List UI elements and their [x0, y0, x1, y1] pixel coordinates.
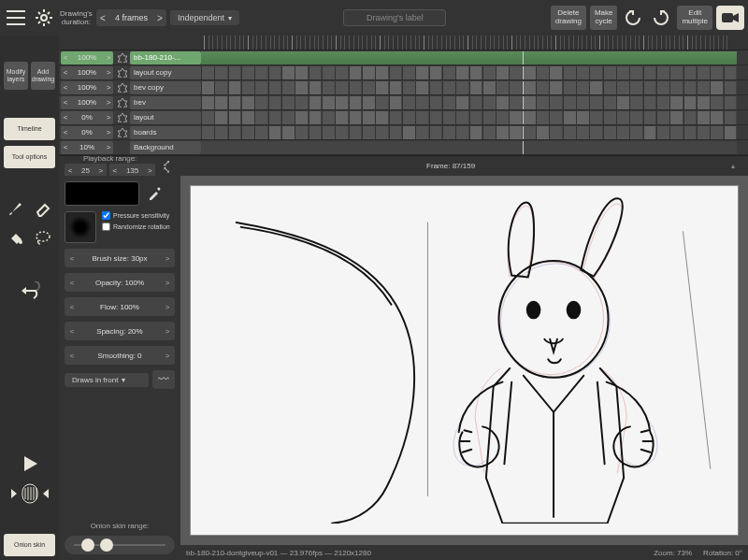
timeline-tab[interactable]: Timeline — [4, 118, 55, 140]
draws-mode-dropdown[interactable]: Draws in front — [65, 373, 149, 387]
flow-stepper[interactable]: <Flow: 100%> — [65, 297, 175, 316]
duration-stepper[interactable]: < 4 frames > — [96, 9, 166, 26]
play-icon[interactable] — [11, 452, 49, 476]
make-cycle-button[interactable]: Make cycle — [590, 6, 618, 30]
layer-name[interactable]: Background — [130, 141, 201, 154]
layer-track[interactable] — [201, 126, 737, 139]
pressure-checkbox[interactable]: Pressure sensitivity — [102, 211, 170, 220]
layer-visibility-icon[interactable] — [115, 111, 130, 124]
menu-icon[interactable] — [4, 6, 28, 30]
fill-icon[interactable] — [4, 226, 28, 251]
eyedropper-icon[interactable] — [143, 182, 165, 205]
modify-layers-button[interactable]: Modify layers — [4, 62, 28, 90]
onion-skin-tab[interactable]: Onion skin — [4, 534, 55, 556]
stroke-style-button[interactable]: 〰 — [152, 370, 175, 389]
status-file: bb-180-210-dontgiveup-v01 — 23.976fps — … — [186, 549, 371, 557]
lasso-icon[interactable] — [31, 226, 55, 251]
opacity-stepper[interactable]: <Opacity: 100%> — [65, 273, 175, 292]
randomize-checkbox[interactable]: Randomize rotation — [102, 223, 170, 231]
layer-name[interactable]: boards — [130, 126, 201, 139]
layer-row: <100%>layout copy — [59, 65, 748, 80]
layer-row: <0%>boards — [59, 125, 748, 140]
layer-visibility-icon[interactable] — [115, 141, 130, 154]
duration-group: Drawing's duration: — [60, 9, 93, 26]
layer-row: <0%>layout — [59, 110, 748, 125]
add-drawing-button[interactable]: Add drawing — [31, 62, 55, 90]
layer-row: <100%>bb-180-210-... — [59, 50, 748, 65]
layer-visibility-icon[interactable] — [115, 96, 130, 109]
layer-opacity-stepper[interactable]: <100%> — [61, 51, 113, 65]
timeline-ruler[interactable] — [59, 36, 748, 50]
gear-icon[interactable] — [32, 6, 56, 30]
brush-preview[interactable] — [65, 211, 96, 243]
smoothing-stepper[interactable]: <Smoothing: 0> — [65, 346, 175, 365]
svg-point-9 — [527, 302, 540, 319]
undo-icon[interactable] — [11, 279, 49, 303]
layer-visibility-icon[interactable] — [115, 81, 130, 94]
layer-visibility-icon[interactable] — [115, 126, 130, 139]
svg-rect-1 — [722, 13, 733, 22]
flip-prev-icon[interactable] — [621, 6, 645, 30]
svg-point-0 — [41, 15, 47, 21]
layer-name[interactable]: layout copy — [130, 66, 201, 79]
layer-opacity-stepper[interactable]: <0%> — [61, 111, 113, 124]
expand-icon[interactable]: ⤢⤡ — [163, 160, 170, 173]
layer-row: <100%>bev — [59, 95, 748, 110]
scrub-icon[interactable] — [7, 481, 53, 506]
layer-opacity-stepper[interactable]: <0%> — [61, 126, 113, 139]
layer-visibility-icon[interactable] — [115, 66, 130, 79]
layer-track[interactable] — [201, 51, 737, 65]
layer-opacity-stepper[interactable]: <10%> — [61, 141, 113, 154]
svg-rect-3 — [22, 484, 37, 503]
layer-name[interactable]: bev copy — [130, 81, 201, 94]
flip-next-icon[interactable] — [649, 6, 673, 30]
layer-track[interactable] — [201, 141, 737, 154]
layer-row: <100%>bev copy — [59, 80, 748, 95]
layer-visibility-icon[interactable] — [115, 51, 130, 65]
edit-multiple-button[interactable]: Edit multiple — [677, 6, 712, 30]
layer-track[interactable] — [201, 81, 737, 94]
duration-value: 4 frames — [109, 13, 153, 22]
layer-opacity-stepper[interactable]: <100%> — [61, 66, 113, 79]
layer-name[interactable]: layout — [130, 111, 201, 124]
delete-drawing-button[interactable]: Delete drawing — [551, 6, 586, 30]
tool-options-tab[interactable]: Tool options — [4, 146, 55, 168]
onion-range-label: Onion skin range: — [65, 522, 175, 530]
playback-label: Playback range: — [83, 154, 137, 163]
duration-next[interactable]: > — [153, 13, 166, 23]
canvas[interactable] — [190, 185, 739, 536]
spacing-stepper[interactable]: <Spacing: 20%> — [65, 322, 175, 340]
onion-knob-end[interactable] — [100, 538, 113, 552]
layer-track[interactable] — [201, 111, 737, 124]
color-swatch[interactable] — [65, 181, 139, 206]
eraser-icon[interactable] — [31, 196, 55, 221]
layer-name[interactable]: bb-180-210-... — [130, 51, 201, 65]
layer-name[interactable]: bev — [130, 96, 201, 109]
brush-size-stepper[interactable]: <Brush size: 30px> — [65, 249, 175, 267]
onion-knob-start[interactable] — [81, 538, 94, 552]
layer-opacity-stepper[interactable]: <100%> — [61, 96, 113, 109]
mode-dropdown[interactable]: Independent — [170, 10, 239, 25]
svg-point-2 — [36, 232, 50, 241]
frame-counter: Frame: 87/159 — [178, 162, 724, 170]
onion-range-slider[interactable] — [65, 536, 175, 554]
timeline-scroll-up[interactable]: ▴ — [731, 162, 742, 170]
layer-row: <10%>Background — [59, 140, 748, 155]
layer-opacity-stepper[interactable]: <100%> — [61, 81, 113, 94]
status-rotation: Rotation: 0° — [703, 549, 742, 557]
brush-icon[interactable] — [4, 196, 28, 221]
status-zoom: Zoom: 73% — [654, 549, 692, 557]
svg-point-10 — [568, 302, 581, 319]
layer-track[interactable] — [201, 96, 737, 109]
duration-prev[interactable]: < — [96, 13, 109, 23]
svg-point-8 — [499, 261, 609, 378]
drawing-label-input[interactable]: Drawing's label — [343, 9, 446, 26]
camera-icon[interactable] — [716, 6, 744, 30]
layer-track[interactable] — [201, 66, 737, 79]
